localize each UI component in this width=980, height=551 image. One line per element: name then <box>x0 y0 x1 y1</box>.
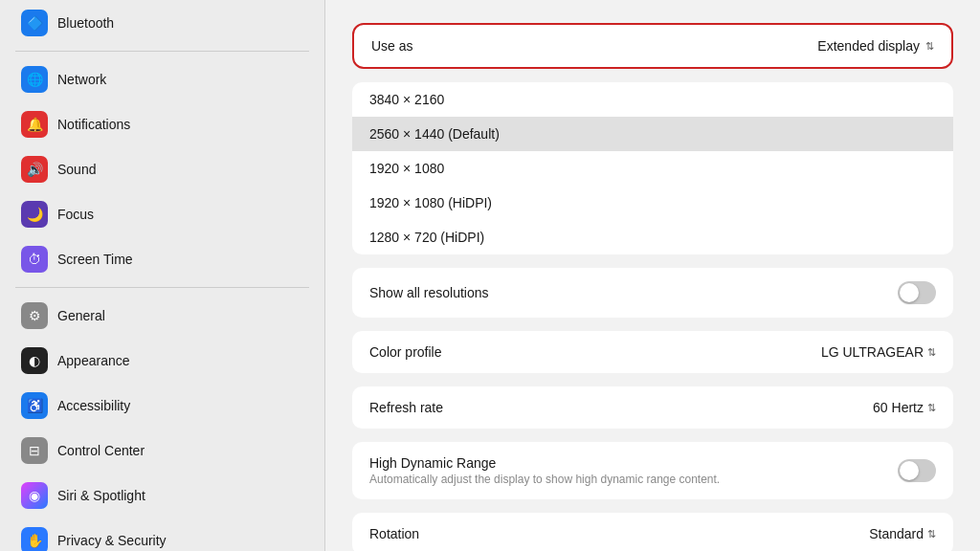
sidebar-label-privacy: Privacy & Security <box>57 533 167 548</box>
hdr-row: High Dynamic Range Automatically adjust … <box>352 442 953 499</box>
rotation-label: Rotation <box>369 526 419 541</box>
sidebar-item-screentime[interactable]: ⏱Screen Time <box>6 237 319 281</box>
sidebar-label-appearance: Appearance <box>57 353 130 368</box>
use-as-row: Use as Extended display ⇅ <box>352 23 953 69</box>
sidebar-label-controlcenter: Control Center <box>57 443 145 458</box>
color-profile-select[interactable]: LG ULTRAGEAR ⇅ <box>821 344 936 360</box>
bluetooth-icon: 🔷 <box>21 10 48 36</box>
sidebar-label-siri: Siri & Spotlight <box>57 488 145 503</box>
sidebar-item-accessibility[interactable]: ♿Accessibility <box>6 384 319 428</box>
focus-icon: 🌙 <box>21 201 48 228</box>
resolution-item[interactable]: 3840 × 2160 <box>352 82 953 117</box>
hdr-label: High Dynamic Range <box>369 455 720 471</box>
rotation-row: Rotation Standard ⇅ <box>352 513 953 551</box>
color-profile-label: Color profile <box>369 344 441 360</box>
sidebar-label-notifications: Notifications <box>57 117 130 132</box>
refresh-rate-value: 60 Hertz <box>873 400 924 415</box>
sidebar-label-sound: Sound <box>57 162 96 177</box>
sidebar-divider <box>15 287 309 288</box>
color-profile-value: LG ULTRAGEAR <box>821 344 924 360</box>
accessibility-icon: ♿ <box>21 392 48 419</box>
screentime-icon: ⏱ <box>21 246 48 273</box>
sidebar-item-controlcenter[interactable]: ⊟Control Center <box>6 429 319 473</box>
refresh-rate-select[interactable]: 60 Hertz ⇅ <box>873 400 936 415</box>
sidebar-item-general[interactable]: ⚙General <box>6 294 319 338</box>
sound-icon: 🔊 <box>21 156 48 183</box>
use-as-select[interactable]: Extended display ⇅ <box>817 38 934 54</box>
hdr-labels: High Dynamic Range Automatically adjust … <box>369 455 720 486</box>
appearance-icon: ◐ <box>21 347 48 374</box>
sidebar-label-bluetooth: Bluetooth <box>57 15 114 31</box>
use-as-value: Extended display <box>817 38 920 54</box>
main-content: Use as Extended display ⇅ 3840 × 2160256… <box>325 0 980 551</box>
sidebar-item-siri[interactable]: ◉Siri & Spotlight <box>6 474 319 518</box>
sidebar-label-accessibility: Accessibility <box>57 398 130 413</box>
rotation-chevron-icon: ⇅ <box>927 528 936 540</box>
sidebar-item-focus[interactable]: 🌙Focus <box>6 192 319 236</box>
show-all-toggle[interactable] <box>898 281 936 304</box>
sidebar-label-general: General <box>57 308 105 323</box>
color-profile-chevron-icon: ⇅ <box>927 346 936 359</box>
general-icon: ⚙ <box>21 302 48 329</box>
sidebar-label-focus: Focus <box>57 207 94 222</box>
notifications-icon: 🔔 <box>21 111 48 138</box>
resolution-list: 3840 × 21602560 × 1440 (Default)1920 × 1… <box>352 82 953 254</box>
network-icon: 🌐 <box>21 66 48 93</box>
sidebar-item-bluetooth[interactable]: 🔷Bluetooth <box>6 1 319 45</box>
sidebar-divider <box>15 51 309 52</box>
color-profile-row: Color profile LG ULTRAGEAR ⇅ <box>352 331 953 373</box>
show-all-label: Show all resolutions <box>369 285 489 300</box>
siri-icon: ◉ <box>21 482 48 509</box>
sidebar-item-appearance[interactable]: ◐Appearance <box>6 339 319 383</box>
use-as-label: Use as <box>371 38 413 54</box>
sidebar-item-sound[interactable]: 🔊Sound <box>6 147 319 191</box>
refresh-rate-label: Refresh rate <box>369 400 443 415</box>
refresh-rate-chevron-icon: ⇅ <box>927 402 936 414</box>
sidebar-item-privacy[interactable]: ✋Privacy & Security <box>6 518 319 551</box>
rotation-select[interactable]: Standard ⇅ <box>869 526 936 541</box>
hdr-sublabel: Automatically adjust the display to show… <box>369 473 720 486</box>
use-as-chevron-icon: ⇅ <box>925 40 934 53</box>
sidebar-label-screentime: Screen Time <box>57 252 133 267</box>
sidebar-item-network[interactable]: 🌐Network <box>6 57 319 101</box>
sidebar: 🔷Bluetooth🌐Network🔔Notifications🔊Sound🌙F… <box>0 0 325 551</box>
resolution-item[interactable]: 2560 × 1440 (Default) <box>352 117 953 151</box>
resolution-item[interactable]: 1920 × 1080 <box>352 151 953 186</box>
resolution-item[interactable]: 1920 × 1080 (HiDPI) <box>352 186 953 220</box>
hdr-toggle[interactable] <box>898 459 936 482</box>
show-all-resolutions-row: Show all resolutions <box>352 268 953 318</box>
resolution-item[interactable]: 1280 × 720 (HiDPI) <box>352 220 953 254</box>
controlcenter-icon: ⊟ <box>21 437 48 464</box>
rotation-value: Standard <box>869 526 924 541</box>
sidebar-item-notifications[interactable]: 🔔Notifications <box>6 102 319 146</box>
refresh-rate-row: Refresh rate 60 Hertz ⇅ <box>352 386 953 429</box>
privacy-icon: ✋ <box>21 527 48 551</box>
sidebar-label-network: Network <box>57 72 106 87</box>
